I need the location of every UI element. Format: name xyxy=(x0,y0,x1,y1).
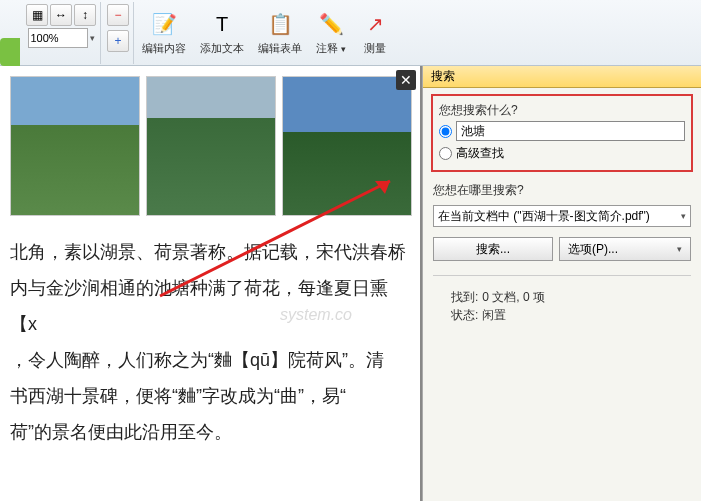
app-logo xyxy=(0,38,20,66)
search-text-radio[interactable] xyxy=(439,125,452,138)
zoom-level-select[interactable] xyxy=(28,28,88,48)
results-area: 找到: 0 文档, 0 项 状态: 闲置 xyxy=(433,275,691,324)
measure-button[interactable]: ↗ 测量 xyxy=(354,3,396,63)
search-what-label: 您想搜索什么? xyxy=(439,102,685,119)
search-panel-title: 搜索 xyxy=(423,66,701,88)
chevron-down-icon[interactable]: ▾ xyxy=(90,33,95,43)
measure-icon: ↗ xyxy=(360,9,390,39)
search-where-label: 您想在哪里搜索? xyxy=(433,182,691,199)
zoom-in-button[interactable]: + xyxy=(107,30,129,52)
doc-image xyxy=(10,76,140,216)
state-value: 闲置 xyxy=(482,306,506,324)
document-text: 北角，素以湖景、荷景著称。据记载，宋代洪春桥 内与金沙涧相通的池塘种满了荷花，每… xyxy=(10,234,412,450)
advanced-search-radio[interactable] xyxy=(439,147,452,160)
fit-group: ▦ ↔ ↕ ▾ xyxy=(22,2,101,64)
search-scope-dropdown[interactable]: 在当前文档中 ("西湖十景-图文简介.pdf") ▾ xyxy=(433,205,691,227)
zoom-out-button[interactable]: − xyxy=(107,4,129,26)
search-input[interactable] xyxy=(456,121,685,141)
chevron-down-icon: ▾ xyxy=(677,244,682,254)
document-content: 北角，素以湖景、荷景著称。据记载，宋代洪春桥 内与金沙涧相通的池塘种满了荷花，每… xyxy=(0,66,420,460)
annotate-button[interactable]: ✏️ 注释 ▾ xyxy=(310,3,352,63)
toolbar: ▦ ↔ ↕ ▾ − + 📝 编辑内容 T 添加文本 📋 编辑表单 ✏️ 注释 ▾… xyxy=(0,0,701,66)
edit-content-icon: 📝 xyxy=(149,9,179,39)
found-label: 找到: xyxy=(451,288,478,306)
image-row xyxy=(10,76,412,216)
state-label: 状态: xyxy=(451,306,478,324)
close-button[interactable]: ✕ xyxy=(396,70,416,90)
advanced-search-label: 高级查找 xyxy=(456,145,504,162)
document-pane: ✕ 北角，素以湖景、荷景著称。据记载，宋代洪春桥 内与金沙涧相通的池塘种满了荷花… xyxy=(0,66,422,501)
fit-width-button[interactable]: ↔ xyxy=(50,4,72,26)
add-text-button[interactable]: T 添加文本 xyxy=(194,3,250,63)
doc-image xyxy=(282,76,412,216)
zoom-group: − + xyxy=(103,2,134,64)
advanced-search-radio-row[interactable]: 高级查找 xyxy=(439,143,685,164)
close-icon: ✕ xyxy=(400,72,412,88)
chevron-down-icon: ▾ xyxy=(341,44,346,54)
found-value: 0 文档, 0 项 xyxy=(482,288,545,306)
fit-height-button[interactable]: ↕ xyxy=(74,4,96,26)
options-button[interactable]: 选项(P)... ▾ xyxy=(559,237,691,261)
main-area: ✕ 北角，素以湖景、荷景著称。据记载，宋代洪春桥 内与金沙涧相通的池塘种满了荷花… xyxy=(0,66,701,501)
doc-image xyxy=(146,76,276,216)
chevron-down-icon: ▾ xyxy=(681,211,686,221)
add-text-icon: T xyxy=(207,9,237,39)
edit-form-icon: 📋 xyxy=(265,9,295,39)
search-text-radio-row[interactable] xyxy=(439,119,685,143)
fit-page-button[interactable]: ▦ xyxy=(26,4,48,26)
edit-content-button[interactable]: 📝 编辑内容 xyxy=(136,3,192,63)
search-panel: 搜索 您想搜索什么? 高级查找 您想在哪里搜索? 在当前文档中 ("西湖十景-图… xyxy=(422,66,701,501)
annotate-icon: ✏️ xyxy=(316,9,346,39)
highlighted-region: 您想搜索什么? 高级查找 xyxy=(431,94,693,172)
edit-form-button[interactable]: 📋 编辑表单 xyxy=(252,3,308,63)
search-button[interactable]: 搜索... xyxy=(433,237,553,261)
